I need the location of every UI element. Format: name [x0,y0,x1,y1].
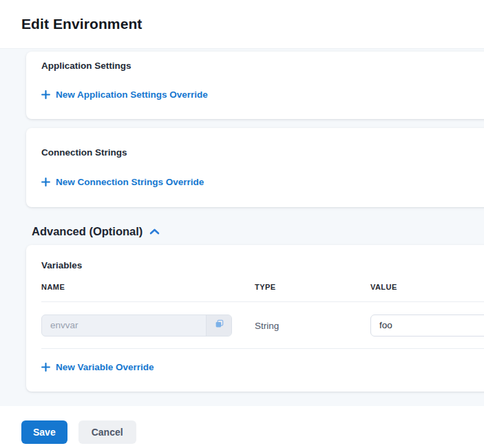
content-area: Application Settings New Application Set… [0,49,484,406]
plus-icon [41,178,50,186]
variables-table-header: NAME TYPE VALUE [41,283,484,302]
variable-name-input[interactable] [42,315,206,336]
plus-icon [41,363,50,372]
save-button[interactable]: Save [21,420,67,444]
variable-row: String [41,302,484,349]
copy-icon [214,319,224,332]
variables-title: Variables [26,260,484,270]
new-variable-override-link[interactable]: New Variable Override [41,362,154,372]
variable-type-text: String [255,321,279,331]
variables-card: Variables NAME TYPE VALUE [26,245,484,392]
plus-icon [41,90,50,99]
new-variable-override-label: New Variable Override [56,362,154,372]
advanced-section-label: Advanced (Optional) [32,225,143,238]
application-settings-title: Application Settings [41,61,484,71]
connection-strings-title: Connection Strings [41,147,484,158]
new-application-settings-override-link[interactable]: New Application Settings Override [41,89,208,100]
variable-value-input[interactable] [370,314,484,337]
copy-button[interactable] [206,315,231,336]
application-settings-card: Application Settings New Application Set… [26,52,484,119]
new-connection-strings-override-link[interactable]: New Connection Strings Override [41,177,204,187]
action-bar: Save Cancel [0,406,484,448]
advanced-section-toggle[interactable]: Advanced (Optional) [32,225,484,238]
variable-type-cell: String [255,319,370,332]
new-application-settings-override-label: New Application Settings Override [56,89,208,100]
column-header-value: VALUE [370,283,484,291]
chevron-up-icon [149,225,160,238]
new-connection-strings-override-label: New Connection Strings Override [56,177,204,187]
variable-value-cell [370,314,484,337]
variables-link-row: New Variable Override [26,349,484,374]
column-header-name: NAME [41,283,255,291]
cancel-button[interactable]: Cancel [78,420,136,444]
page-header: Edit Environment [0,0,484,49]
column-header-type: TYPE [255,283,370,291]
page-title: Edit Environment [21,16,142,32]
variable-name-cell [41,314,255,337]
variable-name-input-group [41,314,232,337]
connection-strings-card: Connection Strings New Connection String… [26,128,484,207]
